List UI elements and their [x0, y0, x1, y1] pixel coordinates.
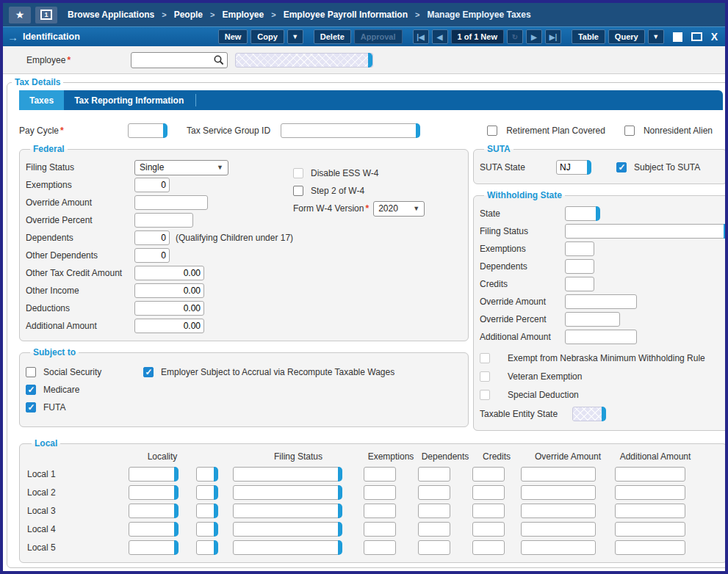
- local-3-credits-input[interactable]: [472, 504, 505, 518]
- wh-filing-status-input[interactable]: [565, 224, 725, 239]
- local-2-exemptions-input[interactable]: [364, 485, 396, 500]
- local-2-override-amount-input[interactable]: [521, 485, 596, 500]
- suta-state-input[interactable]: [556, 160, 588, 175]
- local-4-additional-amount-input[interactable]: [615, 522, 685, 537]
- last-record-button[interactable]: ▶|: [545, 29, 561, 44]
- wh-exemptions-row: Exemptions: [480, 240, 725, 258]
- breadcrumb-item-employee-payroll-information[interactable]: Employee Payroll Information: [284, 10, 408, 20]
- social-security-checkbox[interactable]: [26, 367, 36, 377]
- local-3-exemptions-input[interactable]: [364, 504, 396, 518]
- local-4-code-input[interactable]: [196, 522, 215, 537]
- local-3-filing-status-input[interactable]: [233, 504, 339, 518]
- copy-button[interactable]: Copy: [251, 29, 284, 44]
- local-4-credits-input[interactable]: [472, 522, 505, 537]
- local-2-filing-status-input[interactable]: [233, 485, 339, 500]
- federal-other-dependents-input[interactable]: [134, 248, 170, 263]
- local-4-exemptions-input[interactable]: [364, 522, 396, 537]
- federal-exemptions-input[interactable]: [134, 178, 170, 192]
- tab-taxes[interactable]: Taxes: [19, 90, 64, 110]
- wh-additional-amount-input[interactable]: [565, 330, 637, 344]
- subject-to-suta-checkbox[interactable]: [616, 162, 627, 172]
- breadcrumb-item-employee[interactable]: Employee: [222, 10, 264, 20]
- favorite-button[interactable]: ★: [9, 7, 31, 23]
- restore-window-icon[interactable]: [673, 32, 682, 42]
- tab-tax-reporting-information[interactable]: Tax Reporting Information: [64, 90, 194, 110]
- subject-to-suta-label: Subject To SUTA: [634, 162, 700, 172]
- query-dropdown-button[interactable]: ▼: [648, 29, 664, 44]
- local-2-additional-amount-input[interactable]: [615, 485, 685, 500]
- wh-dependents-input[interactable]: [565, 259, 594, 274]
- local-4-locality-input[interactable]: [129, 522, 176, 537]
- local-5-locality-input[interactable]: [129, 540, 176, 555]
- local-2-locality-input[interactable]: [129, 485, 176, 500]
- local-3-locality-input[interactable]: [129, 504, 176, 518]
- federal-deductions-input[interactable]: [134, 301, 204, 316]
- local-4-filing-status-input[interactable]: [233, 522, 339, 537]
- nonresident-alien-checkbox[interactable]: [624, 126, 635, 136]
- local-1-exemptions-input[interactable]: [364, 467, 396, 482]
- local-4-override-amount-input[interactable]: [521, 522, 596, 537]
- field-cap: [602, 407, 606, 421]
- local-5-code-input[interactable]: [196, 540, 215, 555]
- local-3-additional-amount-input[interactable]: [615, 504, 685, 518]
- federal-filing-status-select[interactable]: Single ▼: [134, 160, 228, 175]
- local-3-code-input[interactable]: [196, 504, 215, 518]
- local-3-dependents-input[interactable]: [418, 504, 450, 518]
- new-button[interactable]: New: [218, 29, 248, 44]
- wh-override-amount-input[interactable]: [565, 294, 637, 309]
- step2-w4-checkbox[interactable]: [293, 186, 303, 196]
- search-icon[interactable]: [213, 54, 225, 66]
- employer-accrual-checkbox[interactable]: [143, 367, 154, 377]
- pay-cycle-input[interactable]: [128, 123, 165, 138]
- local-3-override-amount-input[interactable]: [521, 504, 596, 518]
- local-2-code-input[interactable]: [196, 485, 215, 500]
- local-1-override-amount-input[interactable]: [521, 467, 596, 482]
- local-2-credits-input[interactable]: [472, 485, 505, 500]
- futa-checkbox[interactable]: [26, 402, 36, 413]
- wh-state-input[interactable]: [565, 206, 597, 221]
- delete-button[interactable]: Delete: [314, 29, 351, 44]
- local-1-additional-amount-input[interactable]: [615, 467, 685, 482]
- local-5-credits-input[interactable]: [472, 540, 505, 555]
- maximize-window-icon[interactable]: [691, 32, 702, 41]
- federal-override-amount-input[interactable]: [134, 195, 208, 210]
- wh-exemptions-input[interactable]: [565, 241, 594, 256]
- federal-override-percent-input[interactable]: [134, 213, 193, 228]
- wh-override-percent-input[interactable]: [565, 312, 620, 327]
- local-4-dependents-input[interactable]: [418, 522, 450, 537]
- local-5-filing-status-input[interactable]: [233, 540, 339, 555]
- tax-details-section: Tax Details Taxes Tax Reporting Informat…: [7, 77, 725, 568]
- previous-record-button[interactable]: ◀: [432, 29, 448, 44]
- local-5-dependents-input[interactable]: [418, 540, 450, 555]
- federal-additional-amount-input[interactable]: [134, 319, 204, 333]
- local-1-locality-input[interactable]: [129, 467, 176, 482]
- employee-search-input[interactable]: [131, 52, 228, 68]
- copy-dropdown-button[interactable]: ▼: [287, 29, 303, 44]
- window-switch-button[interactable]: 1: [35, 7, 57, 23]
- local-5-exemptions-input[interactable]: [364, 540, 396, 555]
- local-5-additional-amount-input[interactable]: [615, 540, 685, 555]
- retirement-plan-covered-checkbox[interactable]: [487, 126, 497, 136]
- table-button[interactable]: Table: [572, 29, 605, 44]
- next-record-button[interactable]: ▶: [526, 29, 542, 44]
- breadcrumb-item-people[interactable]: People: [174, 10, 203, 20]
- first-record-button[interactable]: |◀: [413, 29, 429, 44]
- form-w4-version-select[interactable]: 2020 ▼: [373, 201, 425, 217]
- query-button[interactable]: Query: [608, 29, 645, 44]
- local-2-dependents-input[interactable]: [418, 485, 450, 500]
- local-1-filing-status-input[interactable]: [233, 467, 339, 482]
- medicare-checkbox[interactable]: [26, 385, 36, 395]
- pay-cycle-label-text: Pay Cycle: [19, 126, 59, 136]
- local-1-dependents-input[interactable]: [418, 467, 450, 482]
- close-icon[interactable]: X: [711, 31, 718, 43]
- form-columns: Federal Filing Status Single ▼ Exemption…: [19, 144, 725, 431]
- local-5-override-amount-input[interactable]: [521, 540, 596, 555]
- breadcrumb-item-browse-applications[interactable]: Browse Applications: [68, 10, 154, 20]
- wh-credits-input[interactable]: [565, 277, 594, 291]
- local-1-credits-input[interactable]: [472, 467, 505, 482]
- federal-other-income-input[interactable]: [134, 283, 204, 298]
- federal-other-tax-credit-input[interactable]: [134, 266, 204, 280]
- federal-dependents-input[interactable]: [134, 230, 170, 245]
- local-1-code-input[interactable]: [196, 467, 215, 482]
- tax-service-group-id-input[interactable]: [281, 123, 417, 138]
